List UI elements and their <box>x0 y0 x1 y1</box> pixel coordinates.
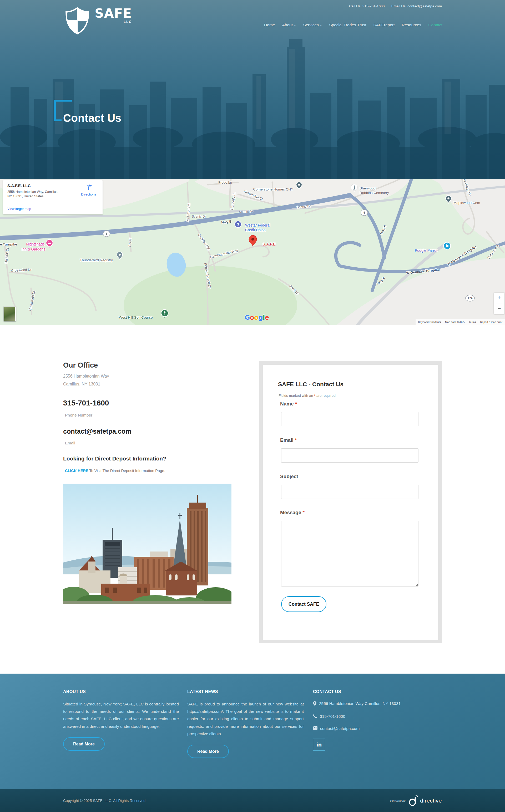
about-us-text: Situated in Syracuse, New York; SAFE, LL… <box>63 700 179 730</box>
email-caption: Email <box>65 441 75 446</box>
direct-deposit-line: CLICK HERE To Visit The Direct Deposit I… <box>65 469 165 473</box>
email-input[interactable] <box>281 448 418 463</box>
about-us-heading: ABOUT US <box>63 689 179 694</box>
map-label: Scenic Dr <box>239 210 253 214</box>
map-zoom-control: + − <box>494 293 504 314</box>
subject-label: Subject <box>280 474 298 479</box>
route-shield-5: 5 <box>361 210 368 216</box>
name-label: Name * <box>280 401 297 407</box>
click-here-link[interactable]: CLICK HERE <box>65 469 89 473</box>
site-logo[interactable]: SAFE LLC <box>62 7 132 35</box>
about-read-more-button[interactable]: Read More <box>63 737 105 751</box>
page-title: Contact Us <box>63 112 122 125</box>
directive-brand-name: directive <box>420 798 442 804</box>
svg-text:5: 5 <box>106 232 107 235</box>
zoom-out-button[interactable]: − <box>494 303 504 314</box>
map-label: Westar Federal <box>245 223 270 227</box>
keyboard-shortcuts-link[interactable]: Keyboard shortcuts <box>418 321 441 324</box>
google-logo[interactable]: Google <box>244 314 269 321</box>
copyright-text: Copyright © 2025 SAFE, LLC. All Rights R… <box>63 799 147 803</box>
required-fields-note: Fields marked with an * are required <box>279 393 336 397</box>
email-label: Email * <box>280 437 297 443</box>
powered-by-directive-link[interactable]: Powered by directive <box>390 795 442 807</box>
latest-news-text: SAFE is proud to announce the launch of … <box>187 700 304 738</box>
route-shield-174: 174 <box>466 295 475 301</box>
required-asterisk: * <box>295 437 297 443</box>
chevron-down-icon: ⌄ <box>294 23 296 26</box>
terms-link[interactable]: Terms <box>469 321 476 324</box>
map-label: West Hill Golf Course <box>119 316 153 319</box>
footer-about-column: ABOUT US Situated in Syracuse, New York;… <box>63 689 179 751</box>
name-input[interactable] <box>281 412 418 426</box>
nav-item-safereport[interactable]: SAFEreport <box>373 23 395 27</box>
street-view-thumbnail[interactable] <box>4 307 16 321</box>
map-attribution-bar: Keyboard shortcuts Map data ©2025 Terms … <box>415 319 505 325</box>
required-asterisk: * <box>295 401 297 407</box>
call-us-label: Call Us: <box>349 4 361 8</box>
directions-icon <box>85 183 92 190</box>
content-section: Our Office 2556 Hambletonian WayCamillus… <box>0 325 505 674</box>
hero-section: Call Us: 315-701-1600 Email Us: contact@… <box>0 0 505 179</box>
primary-nav: Home About⌄ Services⌄ Special Trades Tru… <box>264 23 443 27</box>
subject-input[interactable] <box>281 485 418 499</box>
our-office-heading: Our Office <box>63 361 98 369</box>
call-us-phone: 315-701-1600 <box>362 4 384 8</box>
linkedin-button[interactable]: in <box>313 739 325 751</box>
directions-button[interactable]: Directions <box>78 183 99 196</box>
location-pin-icon <box>313 701 316 706</box>
nav-item-about[interactable]: About⌄ <box>282 23 296 27</box>
contact-safe-button[interactable]: Contact SAFE <box>281 596 326 612</box>
shield-logo-icon <box>62 7 92 35</box>
nav-item-special-trades-trust[interactable]: Special Trades Trust <box>329 23 366 27</box>
google-map-embed[interactable]: Frodo Ln Donnelly St Newbridge St Corner… <box>0 179 505 325</box>
route-shield-5: 5 <box>103 231 110 237</box>
map-label: S.A.F.E <box>263 242 276 246</box>
envelope-icon <box>313 726 318 729</box>
required-asterisk: * <box>303 510 305 515</box>
map-card-address: 2556 Hambletonian Way, Camillus,NY 13031… <box>7 190 68 199</box>
report-map-error-link[interactable]: Report a map error <box>480 321 502 324</box>
map-label: Credit Union <box>245 228 266 232</box>
svg-text:174: 174 <box>468 297 473 300</box>
contact-form-card: SAFE LLC - Contact Us Fields marked with… <box>259 361 442 643</box>
form-title: SAFE LLC - Contact Us <box>278 381 343 388</box>
powered-by-label: Powered by <box>390 799 405 802</box>
footer-contact-column: CONTACT US 2556 Hambletonian Way Camillu… <box>313 689 429 751</box>
chevron-down-icon: ⌄ <box>320 23 322 26</box>
footer-email-row: contact@safetpa.com <box>313 725 429 732</box>
directive-logo-icon <box>408 795 419 807</box>
map-label: Sherwood <box>360 186 376 190</box>
nav-item-services[interactable]: Services⌄ <box>303 23 322 27</box>
copyright-bar: Copyright © 2025 SAFE, LLC. All Rights R… <box>0 789 505 812</box>
phone-caption: Phone Number <box>65 413 92 418</box>
office-address: 2556 Hambletonian WayCamillus, NY 13031 <box>63 372 109 388</box>
nav-item-contact[interactable]: Contact <box>429 23 443 27</box>
news-read-more-button[interactable]: Read More <box>187 745 229 758</box>
map-label: Cornerstone Homes CNY <box>253 187 293 191</box>
map-label: Thunderbird Registry <box>80 258 113 262</box>
svg-text:$: $ <box>237 222 239 226</box>
view-larger-map-link[interactable]: View larger map <box>7 207 31 211</box>
map-label: Pudgie Parrot <box>415 249 438 253</box>
message-label: Message * <box>280 510 305 515</box>
header-contact-strip: Call Us: 315-701-1600 Email Us: contact@… <box>349 4 442 8</box>
direct-deposit-heading: Looking for Direct Depost Information? <box>63 456 166 462</box>
email-us-label: Email Us: <box>391 4 406 8</box>
nav-item-resources[interactable]: Resources <box>402 23 421 27</box>
map-label: Robbins Cemetery <box>360 191 389 195</box>
footer-phone-row: 315-701-1600 <box>313 713 429 720</box>
footer-address-row: 2556 Hambletonian Way Camillus, NY 13031 <box>313 700 429 707</box>
message-textarea[interactable] <box>281 521 418 587</box>
office-phone: 315-701-1600 <box>63 399 109 407</box>
zoom-in-button[interactable]: + <box>494 293 504 303</box>
map-label: Nightshade <box>26 242 45 246</box>
map-label: Frodo Ln <box>218 180 232 184</box>
map-label: Maplewood Cem <box>454 201 480 205</box>
email-us-address: contact@safetpa.com <box>407 4 442 8</box>
map-info-card: S.A.F.E. LLC 2556 Hambletonian Way, Cami… <box>3 180 103 214</box>
map-card-title: S.A.F.E. LLC <box>7 183 30 188</box>
nav-item-home[interactable]: Home <box>264 23 275 27</box>
map-label: Inn & Gardens <box>22 247 45 251</box>
footer-contact-heading: CONTACT US <box>313 689 429 694</box>
phone-icon <box>313 714 317 718</box>
